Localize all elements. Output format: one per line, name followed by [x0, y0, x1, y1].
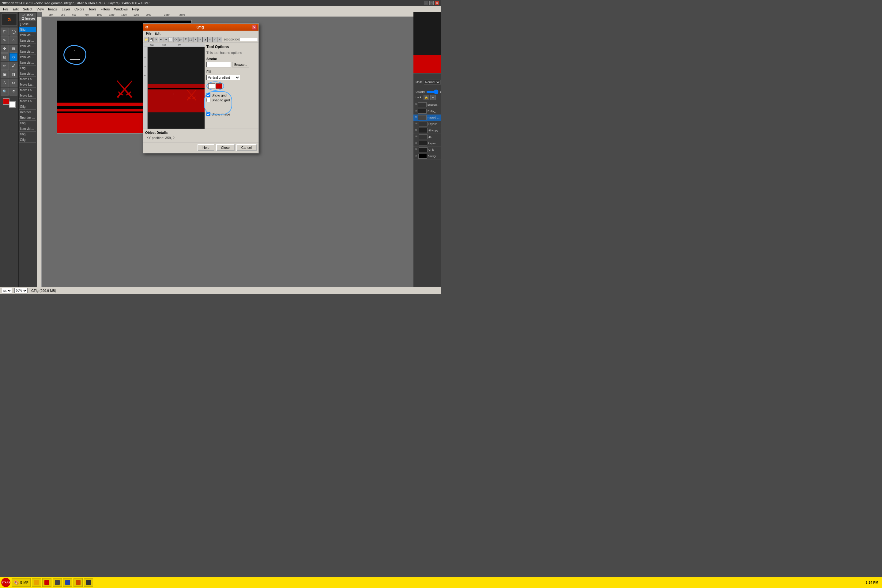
opacity-slider[interactable] — [426, 90, 438, 93]
gfig-tool-10[interactable]: ⬚ — [188, 37, 193, 42]
layer-eye-gfig[interactable]: 👁 — [415, 148, 418, 152]
stroke-input[interactable] — [206, 62, 231, 68]
left-layer-reorder-2[interactable]: Reorder Layer — [19, 115, 36, 121]
unit-select[interactable]: px — [2, 288, 12, 293]
help-button[interactable]: Help — [198, 144, 214, 151]
left-layer-gfig-2[interactable]: Gfig — [19, 66, 36, 71]
tool-rotate[interactable]: ↻ — [9, 53, 18, 61]
tool-fuzzy-select[interactable]: ⌂ — [9, 36, 18, 44]
tool-brush[interactable]: 🖌 — [9, 62, 18, 70]
menu-edit[interactable]: Edit — [11, 7, 21, 12]
gfig-tool-2[interactable]: 💾 — [149, 37, 153, 42]
gfig-tool-1[interactable]: 📁 — [144, 37, 148, 42]
left-layer-gfig-4[interactable]: Gfig — [19, 121, 36, 126]
left-layer-gfig-6[interactable]: Gfig — [19, 137, 36, 143]
layer-row-gfig[interactable]: 👁 GFig — [413, 147, 441, 153]
gfig-menu-file[interactable]: File — [144, 31, 153, 36]
left-layer-move-4[interactable]: Move Layer — [19, 93, 36, 99]
gfig-tool-9[interactable]: ⧖ — [183, 37, 188, 42]
menu-image[interactable]: Image — [46, 7, 59, 12]
gfig-tool-15[interactable]: ✓ — [213, 37, 218, 42]
menu-help[interactable]: Help — [130, 7, 141, 12]
left-layer-item-vis-2[interactable]: Item visibility — [19, 38, 36, 44]
tool-path[interactable]: ⋈ — [9, 79, 18, 87]
left-layer-move-5[interactable]: Move Layer — [19, 99, 36, 104]
color-indicator[interactable] — [3, 98, 16, 108]
left-layer-item-vis-1[interactable]: Item visibility — [19, 33, 36, 38]
tool-fill[interactable]: ◨ — [9, 70, 18, 78]
lock-tool-1[interactable]: 🔒 — [423, 94, 429, 100]
left-layer-item-vis-5[interactable]: Item visibility — [19, 54, 36, 60]
gfig-tool-11[interactable]: + — [193, 37, 198, 42]
layer-row-pngegg[interactable]: 👁 pngegg (1).png — [413, 102, 441, 108]
stroke-browse-button[interactable]: Browse... — [232, 62, 249, 68]
show-image-checkbox[interactable] — [206, 112, 210, 116]
gfig-zoom-slider[interactable] — [240, 38, 258, 41]
layer-eye-pasted[interactable]: 👁 — [415, 116, 417, 119]
left-layer-item-vis-8[interactable]: Item visibility — [19, 126, 36, 132]
tool-move[interactable]: ✥ — [1, 45, 9, 52]
tool-eraser[interactable]: ▣ — [1, 70, 9, 78]
layer-eye-background[interactable]: 👁 — [415, 154, 418, 158]
layer-eye-pngegg[interactable]: 👁 — [415, 103, 417, 106]
layer-eye-45[interactable]: 👁 — [415, 135, 418, 139]
menu-layer[interactable]: Layer — [60, 7, 72, 12]
cancel-button[interactable]: Cancel — [236, 144, 256, 151]
tool-text[interactable]: A — [1, 79, 9, 87]
tool-free-select[interactable]: ✎ — [1, 36, 9, 44]
fill-dropdown[interactable]: Vertical gradient — [206, 75, 240, 80]
tool-crop[interactable]: ⊡ — [1, 53, 9, 61]
menu-colors[interactable]: Colors — [73, 7, 86, 12]
gfig-tool-8[interactable]: ▷ — [178, 37, 183, 42]
tool-pencil[interactable]: ✏ — [1, 62, 9, 70]
layer-row-layerz[interactable]: 👁 Layerz — [413, 121, 441, 128]
canvas-area[interactable]: -250 -250 500 750 1000 1250 1500 1750 20… — [37, 12, 413, 286]
gfig-tool-3[interactable]: ✕ — [154, 37, 158, 42]
left-layer-gfig-3[interactable]: Gfig — [19, 104, 36, 110]
gfig-tool-12[interactable]: – — [198, 37, 203, 42]
gfig-tool-6[interactable]: ⬜ — [168, 37, 173, 42]
tool-ellipse-select[interactable]: ◯ — [9, 28, 18, 36]
gfig-tool-13[interactable]: ▲ — [203, 37, 208, 42]
zoom-select[interactable]: 50% — [14, 288, 28, 293]
layer-row-45copy[interactable]: 👁 45 copy — [413, 128, 441, 134]
tool-align[interactable]: ⊞ — [9, 45, 18, 52]
menu-file[interactable]: File — [1, 7, 10, 12]
menu-view[interactable]: View — [34, 7, 46, 12]
close-btn[interactable]: ✕ — [435, 1, 439, 5]
layer-row-layerz1[interactable]: 👁 Layerz #1 — [413, 140, 441, 147]
layer-row-45[interactable]: 👁 45 — [413, 134, 441, 140]
gfig-preview-panel[interactable]: 100 200 300 ⚔ — [143, 43, 205, 129]
layer-eye-45copy[interactable]: 👁 — [415, 129, 418, 132]
left-layer-move-3[interactable]: Move Layer — [19, 88, 36, 93]
layer-row-background[interactable]: 👁 Background — [413, 153, 441, 159]
layer-eye-layerz[interactable]: 👁 — [415, 122, 418, 126]
show-grid-checkbox[interactable] — [206, 93, 210, 97]
left-layer-move-1[interactable]: Move Layer — [19, 76, 36, 82]
menu-windows[interactable]: Windows — [112, 7, 129, 12]
gfig-tool-4[interactable]: ↩ — [159, 37, 163, 42]
left-layer-base[interactable]: [ Base Image ] — [19, 21, 36, 27]
layer-row-ruby[interactable]: 👁 Ruby_Rose_Blaz — [413, 108, 441, 114]
left-layer-move-2[interactable]: Move Layer — [19, 82, 36, 88]
gfig-tool-16[interactable]: ✕ — [218, 37, 222, 42]
gfig-tool-7[interactable]: ⟳ — [173, 37, 178, 42]
menu-tools[interactable]: Tools — [87, 7, 98, 12]
left-layer-item-vis-4[interactable]: Item visibility — [19, 49, 36, 54]
lock-tool-2[interactable]: + — [430, 94, 436, 100]
left-layer-item-vis-6[interactable]: Item visibility — [19, 60, 36, 66]
layer-eye-layerz1[interactable]: 👁 — [415, 141, 418, 145]
snap-to-grid-checkbox[interactable] — [206, 98, 210, 102]
left-layer-item-vis-3[interactable]: Item visibility — [19, 44, 36, 49]
close-dialog-button[interactable]: Close — [216, 144, 235, 151]
menu-filters[interactable]: Filters — [99, 7, 112, 12]
layer-row-pasted[interactable]: 👁 Pasted Layer — [413, 114, 441, 121]
left-layer-item-vis-7[interactable]: Item visibility — [19, 71, 36, 76]
tool-rect-select[interactable]: ⬚ — [1, 28, 9, 36]
swatch-white[interactable] — [208, 83, 215, 89]
tool-eyedrop[interactable]: ⚗ — [9, 88, 18, 96]
gfig-menu-edit[interactable]: Edit — [153, 31, 162, 36]
maximize-btn[interactable]: □ — [429, 1, 434, 5]
minimize-btn[interactable]: – — [424, 1, 428, 5]
left-layer-gfig-5[interactable]: Gfig — [19, 132, 36, 137]
